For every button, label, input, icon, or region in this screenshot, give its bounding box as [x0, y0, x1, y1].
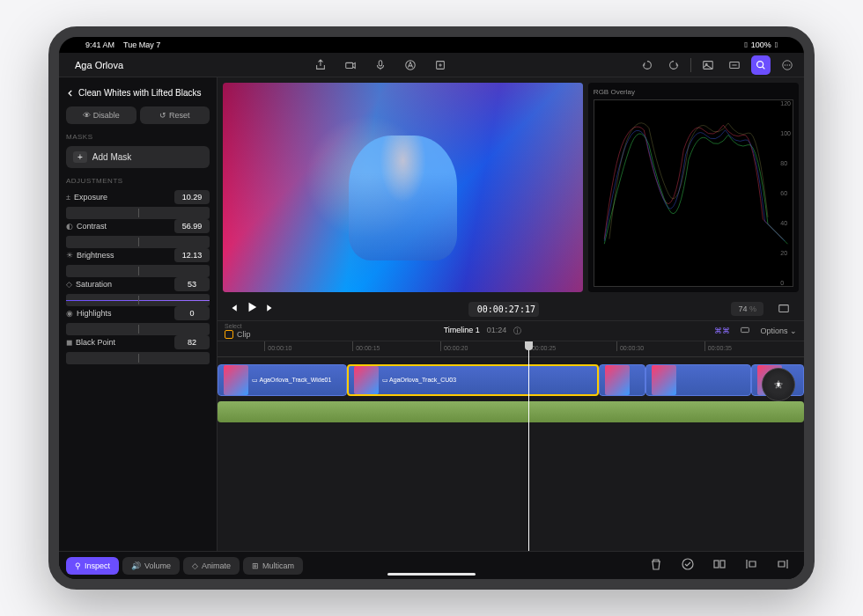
timeline-area[interactable]: 00:00:1000:00:1500:00:2000:00:2500:00:30…	[218, 341, 804, 551]
trim-start-icon[interactable]	[737, 554, 765, 578]
delete-icon[interactable]	[642, 554, 670, 578]
scope-title: RGB Overlay	[594, 88, 793, 96]
fullscreen-icon[interactable]	[774, 299, 793, 319]
enable-icon[interactable]	[674, 554, 702, 578]
status-bar: 9:41 AM Tue May 7 􀙇 100% 􀛨	[59, 37, 804, 53]
timeline-clip[interactable]: ▭ AgaOrlova_Track_CU03	[347, 364, 599, 396]
svg-rect-16	[714, 561, 719, 568]
adj-exposure-value[interactable]: 10.29	[174, 190, 210, 204]
trim-end-icon[interactable]	[769, 554, 797, 578]
timeline-name: Timeline 1	[444, 326, 480, 337]
effects-icon[interactable]	[725, 55, 744, 75]
timeline-ruler[interactable]: 00:00:1000:00:1500:00:2000:00:2500:00:30…	[218, 341, 804, 357]
playhead[interactable]	[528, 341, 529, 551]
timeline-info-icon[interactable]: ⓘ	[513, 326, 521, 337]
wifi-icon: 􀙇	[744, 40, 747, 49]
jog-wheel[interactable]	[762, 368, 795, 401]
timeline-duration: 01:24	[487, 326, 507, 337]
options-dropdown[interactable]: Options ⌄	[760, 326, 797, 335]
timeline-clip[interactable]	[599, 364, 645, 396]
battery-icon: 􀛨	[775, 40, 778, 49]
preset-back[interactable]: Clean Whites with Lifted Blacks	[66, 84, 210, 101]
video-scopes: RGB Overlay 120100806040200	[588, 83, 799, 292]
export-icon[interactable]	[431, 55, 450, 75]
adj-saturation-label: ◇ Saturation	[66, 280, 112, 289]
adj-black-point-value[interactable]: 82	[174, 335, 210, 349]
svg-point-10	[786, 64, 787, 65]
split-icon[interactable]	[705, 554, 734, 578]
add-mask-button[interactable]: +Add Mask	[66, 146, 210, 168]
battery-pct: 100%	[751, 40, 771, 49]
svg-point-15	[682, 559, 693, 569]
adj-brightness-label: ☀ Brightness	[66, 251, 114, 260]
adj-exposure-label: ± Exposure	[66, 193, 107, 202]
share-icon[interactable]	[311, 55, 330, 75]
clip-badge-icon	[225, 330, 233, 339]
inspect-mode-button[interactable]: ⚲Inspect	[66, 557, 119, 575]
svg-rect-13	[741, 327, 749, 332]
snap-icon[interactable]	[739, 324, 751, 338]
status-date: Tue May 7	[123, 40, 160, 49]
inspector-toggle[interactable]	[751, 55, 771, 75]
svg-rect-12	[779, 305, 789, 312]
svg-rect-0	[346, 62, 353, 68]
timeline-header: Select Clip Timeline 1 01:24 ⓘ ⌘	[218, 320, 804, 341]
text-icon[interactable]	[401, 55, 420, 75]
multicam-mode-button[interactable]: ⊞Multicam	[243, 557, 303, 575]
svg-rect-17	[720, 561, 725, 568]
audio-track[interactable]	[218, 400, 804, 424]
video-track[interactable]: ▭ AgaOrlova_Track_Wide01▭ AgaOrlova_Trac…	[218, 363, 804, 398]
masks-section-label: MASKS	[66, 133, 210, 141]
adj-contrast-slider[interactable]	[66, 236, 210, 248]
prev-frame-button[interactable]	[228, 301, 239, 317]
adj-brightness-slider[interactable]	[66, 265, 210, 277]
svg-rect-14	[778, 383, 780, 387]
adj-contrast-label: ◐ Contrast	[66, 222, 107, 231]
voiceover-icon[interactable]	[371, 55, 390, 75]
adj-brightness-value[interactable]: 12.13	[174, 248, 210, 262]
adj-black-point-label: ◼ Black Point	[66, 338, 115, 347]
link-icon[interactable]: ⌘⌘	[714, 326, 730, 335]
clip-label[interactable]: Clip	[237, 330, 251, 339]
reset-button[interactable]: ↺Reset	[140, 106, 210, 124]
svg-point-11	[789, 64, 790, 65]
project-title: Aga Orlova	[75, 60, 123, 70]
camera-icon[interactable]	[341, 55, 360, 75]
svg-point-7	[757, 61, 763, 67]
play-button[interactable]	[246, 301, 258, 317]
transport-bar: 00:00:27:17 74 %	[218, 297, 804, 320]
adjustments-section-label: ADJUSTMENTS	[66, 177, 210, 185]
redo-icon[interactable]	[664, 55, 683, 75]
svg-point-9	[785, 64, 786, 65]
back-button[interactable]	[66, 55, 70, 75]
timeline-clip[interactable]	[645, 364, 751, 396]
home-indicator[interactable]	[387, 573, 476, 576]
audio-clip[interactable]	[218, 401, 804, 422]
next-frame-button[interactable]	[265, 301, 276, 317]
adj-black-point-slider[interactable]	[66, 352, 210, 364]
zoom-level[interactable]: 74 %	[731, 302, 763, 316]
adj-contrast-value[interactable]: 56.99	[174, 219, 210, 233]
status-time: 9:41 AM	[85, 40, 114, 49]
timeline-clip[interactable]: ▭ AgaOrlova_Track_Wide01	[218, 364, 347, 396]
adj-highlights-label: ◉ Highlights	[66, 309, 112, 318]
more-icon[interactable]	[778, 55, 797, 75]
inspector-sidebar: Clean Whites with Lifted Blacks 👁Disable…	[59, 77, 218, 551]
disable-button[interactable]: 👁Disable	[66, 106, 136, 124]
top-toolbar: Aga Orlova	[59, 53, 804, 77]
adj-exposure-slider[interactable]	[66, 207, 210, 219]
media-icon[interactable]	[698, 55, 718, 75]
video-viewer[interactable]	[223, 83, 583, 292]
preset-name: Clean Whites with Lifted Blacks	[78, 88, 202, 98]
adj-highlights-value[interactable]: 0	[174, 306, 210, 320]
timecode-display[interactable]: 00:00:27:17	[468, 302, 539, 317]
svg-rect-1	[379, 60, 382, 65]
volume-mode-button[interactable]: 🔊Volume	[122, 557, 180, 575]
undo-icon[interactable]	[638, 55, 657, 75]
adj-saturation-slider[interactable]	[66, 294, 210, 306]
animate-mode-button[interactable]: ◇Animate	[183, 557, 240, 575]
adj-highlights-slider[interactable]	[66, 323, 210, 335]
adj-saturation-value[interactable]: 53	[174, 277, 210, 291]
